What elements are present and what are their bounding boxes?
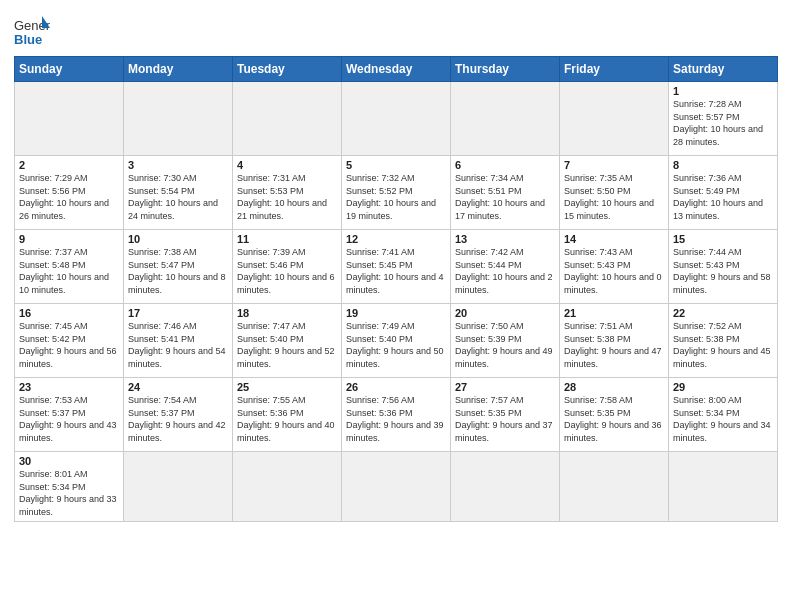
sun-info: Sunrise: 7:41 AM Sunset: 5:45 PM Dayligh… <box>346 247 444 295</box>
day-cell <box>451 452 560 522</box>
sun-info: Sunrise: 7:53 AM Sunset: 5:37 PM Dayligh… <box>19 395 117 443</box>
day-number: 19 <box>346 307 446 319</box>
sun-info: Sunrise: 7:45 AM Sunset: 5:42 PM Dayligh… <box>19 321 117 369</box>
day-number: 10 <box>128 233 228 245</box>
weekday-tuesday: Tuesday <box>233 57 342 82</box>
day-cell <box>124 82 233 156</box>
day-number: 3 <box>128 159 228 171</box>
day-number: 7 <box>564 159 664 171</box>
day-cell: 19Sunrise: 7:49 AM Sunset: 5:40 PM Dayli… <box>342 304 451 378</box>
day-cell: 4Sunrise: 7:31 AM Sunset: 5:53 PM Daylig… <box>233 156 342 230</box>
sun-info: Sunrise: 7:39 AM Sunset: 5:46 PM Dayligh… <box>237 247 335 295</box>
day-cell: 10Sunrise: 7:38 AM Sunset: 5:47 PM Dayli… <box>124 230 233 304</box>
day-cell: 30Sunrise: 8:01 AM Sunset: 5:34 PM Dayli… <box>15 452 124 522</box>
day-cell: 15Sunrise: 7:44 AM Sunset: 5:43 PM Dayli… <box>669 230 778 304</box>
sun-info: Sunrise: 7:32 AM Sunset: 5:52 PM Dayligh… <box>346 173 436 221</box>
week-row-1: 2Sunrise: 7:29 AM Sunset: 5:56 PM Daylig… <box>15 156 778 230</box>
sun-info: Sunrise: 7:37 AM Sunset: 5:48 PM Dayligh… <box>19 247 109 295</box>
day-number: 8 <box>673 159 773 171</box>
day-cell: 12Sunrise: 7:41 AM Sunset: 5:45 PM Dayli… <box>342 230 451 304</box>
weekday-sunday: Sunday <box>15 57 124 82</box>
day-cell: 23Sunrise: 7:53 AM Sunset: 5:37 PM Dayli… <box>15 378 124 452</box>
sun-info: Sunrise: 7:28 AM Sunset: 5:57 PM Dayligh… <box>673 99 763 147</box>
weekday-wednesday: Wednesday <box>342 57 451 82</box>
day-cell: 6Sunrise: 7:34 AM Sunset: 5:51 PM Daylig… <box>451 156 560 230</box>
day-cell: 18Sunrise: 7:47 AM Sunset: 5:40 PM Dayli… <box>233 304 342 378</box>
sun-info: Sunrise: 7:49 AM Sunset: 5:40 PM Dayligh… <box>346 321 444 369</box>
logo: General Blue <box>14 14 50 50</box>
day-cell: 2Sunrise: 7:29 AM Sunset: 5:56 PM Daylig… <box>15 156 124 230</box>
day-number: 14 <box>564 233 664 245</box>
sun-info: Sunrise: 8:01 AM Sunset: 5:34 PM Dayligh… <box>19 469 117 517</box>
svg-text:Blue: Blue <box>14 32 42 47</box>
day-number: 18 <box>237 307 337 319</box>
sun-info: Sunrise: 7:43 AM Sunset: 5:43 PM Dayligh… <box>564 247 662 295</box>
day-number: 30 <box>19 455 119 467</box>
day-cell: 24Sunrise: 7:54 AM Sunset: 5:37 PM Dayli… <box>124 378 233 452</box>
sun-info: Sunrise: 7:44 AM Sunset: 5:43 PM Dayligh… <box>673 247 771 295</box>
day-cell: 1Sunrise: 7:28 AM Sunset: 5:57 PM Daylig… <box>669 82 778 156</box>
week-row-2: 9Sunrise: 7:37 AM Sunset: 5:48 PM Daylig… <box>15 230 778 304</box>
day-cell: 16Sunrise: 7:45 AM Sunset: 5:42 PM Dayli… <box>15 304 124 378</box>
day-cell: 22Sunrise: 7:52 AM Sunset: 5:38 PM Dayli… <box>669 304 778 378</box>
day-number: 27 <box>455 381 555 393</box>
day-number: 11 <box>237 233 337 245</box>
week-row-4: 23Sunrise: 7:53 AM Sunset: 5:37 PM Dayli… <box>15 378 778 452</box>
sun-info: Sunrise: 7:34 AM Sunset: 5:51 PM Dayligh… <box>455 173 545 221</box>
week-row-3: 16Sunrise: 7:45 AM Sunset: 5:42 PM Dayli… <box>15 304 778 378</box>
day-number: 16 <box>19 307 119 319</box>
week-row-5: 30Sunrise: 8:01 AM Sunset: 5:34 PM Dayli… <box>15 452 778 522</box>
sun-info: Sunrise: 7:55 AM Sunset: 5:36 PM Dayligh… <box>237 395 335 443</box>
sun-info: Sunrise: 7:42 AM Sunset: 5:44 PM Dayligh… <box>455 247 553 295</box>
day-cell: 5Sunrise: 7:32 AM Sunset: 5:52 PM Daylig… <box>342 156 451 230</box>
day-cell: 25Sunrise: 7:55 AM Sunset: 5:36 PM Dayli… <box>233 378 342 452</box>
weekday-monday: Monday <box>124 57 233 82</box>
day-number: 22 <box>673 307 773 319</box>
day-cell: 21Sunrise: 7:51 AM Sunset: 5:38 PM Dayli… <box>560 304 669 378</box>
sun-info: Sunrise: 7:57 AM Sunset: 5:35 PM Dayligh… <box>455 395 553 443</box>
day-cell: 11Sunrise: 7:39 AM Sunset: 5:46 PM Dayli… <box>233 230 342 304</box>
day-cell: 27Sunrise: 7:57 AM Sunset: 5:35 PM Dayli… <box>451 378 560 452</box>
day-number: 23 <box>19 381 119 393</box>
weekday-header-row: SundayMondayTuesdayWednesdayThursdayFrid… <box>15 57 778 82</box>
day-number: 2 <box>19 159 119 171</box>
day-number: 21 <box>564 307 664 319</box>
day-number: 25 <box>237 381 337 393</box>
day-number: 6 <box>455 159 555 171</box>
sun-info: Sunrise: 7:46 AM Sunset: 5:41 PM Dayligh… <box>128 321 226 369</box>
day-cell: 13Sunrise: 7:42 AM Sunset: 5:44 PM Dayli… <box>451 230 560 304</box>
day-number: 5 <box>346 159 446 171</box>
day-number: 15 <box>673 233 773 245</box>
sun-info: Sunrise: 7:58 AM Sunset: 5:35 PM Dayligh… <box>564 395 662 443</box>
day-number: 13 <box>455 233 555 245</box>
weekday-saturday: Saturday <box>669 57 778 82</box>
day-cell <box>342 82 451 156</box>
day-cell: 17Sunrise: 7:46 AM Sunset: 5:41 PM Dayli… <box>124 304 233 378</box>
day-number: 9 <box>19 233 119 245</box>
day-cell <box>560 452 669 522</box>
week-row-0: 1Sunrise: 7:28 AM Sunset: 5:57 PM Daylig… <box>15 82 778 156</box>
day-number: 26 <box>346 381 446 393</box>
header-area: General Blue <box>14 10 778 50</box>
weekday-friday: Friday <box>560 57 669 82</box>
sun-info: Sunrise: 7:54 AM Sunset: 5:37 PM Dayligh… <box>128 395 226 443</box>
sun-info: Sunrise: 7:30 AM Sunset: 5:54 PM Dayligh… <box>128 173 218 221</box>
logo-icon: General Blue <box>14 14 50 50</box>
day-cell <box>669 452 778 522</box>
day-number: 28 <box>564 381 664 393</box>
day-number: 12 <box>346 233 446 245</box>
sun-info: Sunrise: 7:52 AM Sunset: 5:38 PM Dayligh… <box>673 321 771 369</box>
day-cell: 9Sunrise: 7:37 AM Sunset: 5:48 PM Daylig… <box>15 230 124 304</box>
sun-info: Sunrise: 7:38 AM Sunset: 5:47 PM Dayligh… <box>128 247 226 295</box>
day-number: 17 <box>128 307 228 319</box>
day-cell: 14Sunrise: 7:43 AM Sunset: 5:43 PM Dayli… <box>560 230 669 304</box>
calendar-table: SundayMondayTuesdayWednesdayThursdayFrid… <box>14 56 778 522</box>
day-cell <box>342 452 451 522</box>
day-cell <box>15 82 124 156</box>
day-cell <box>233 452 342 522</box>
day-number: 24 <box>128 381 228 393</box>
day-cell: 29Sunrise: 8:00 AM Sunset: 5:34 PM Dayli… <box>669 378 778 452</box>
sun-info: Sunrise: 7:56 AM Sunset: 5:36 PM Dayligh… <box>346 395 444 443</box>
weekday-thursday: Thursday <box>451 57 560 82</box>
day-cell <box>233 82 342 156</box>
